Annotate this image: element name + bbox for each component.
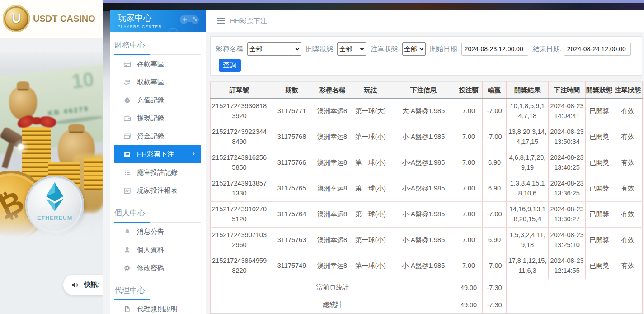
- sidebar-item-提現記錄[interactable]: 提現記錄: [110, 109, 206, 127]
- sidebar-item-廳室投註記錄[interactable]: 廳室投註記錄: [110, 163, 206, 181]
- sidebar-item-充值記錄[interactable]: 充值記錄: [110, 91, 206, 109]
- table-cell: -7.00: [483, 124, 507, 150]
- table-cell: 有效: [613, 228, 643, 253]
- table-cell: 已開獎: [586, 99, 613, 124]
- sidebar-item-代理規則說明[interactable]: 代理規則說明: [110, 300, 206, 314]
- table-row: 215217243907103296031175763澳洲幸运8第一球(小)小-…: [211, 228, 643, 253]
- table-cell: 2152172439308183920: [211, 99, 268, 124]
- sidebar-section-title: 個人中心: [114, 205, 202, 218]
- sidebar-item-HH彩票下注[interactable]: HH彩票下注›: [114, 145, 201, 163]
- table-cell: 2152172438649598220: [211, 253, 268, 279]
- table-cell: 小-A盤@1.985: [392, 124, 455, 150]
- sidebar-item-label: 個人資料: [137, 246, 164, 254]
- table-cell: 2152172439071032960: [211, 228, 268, 253]
- table-cell: 已開獎: [586, 202, 613, 228]
- table-row: 215217243864959822031175749澳洲幸运8第一球(小)小-…: [211, 253, 643, 279]
- query-button[interactable]: 查詢: [219, 59, 241, 72]
- withdraw-hand-icon: [123, 78, 131, 86]
- column-header: 開獎狀態: [586, 82, 613, 99]
- table-cell: 10,1,8,5,9,14,7,18: [507, 99, 549, 124]
- column-header: 下注信息: [392, 82, 455, 99]
- table-cell: 2024-08-23 12:14:55: [549, 253, 586, 279]
- table-cell: 澳洲幸运8: [315, 150, 349, 176]
- table-row: 215217243913857133031175765澳洲幸运8第一球(小)小-…: [211, 176, 643, 202]
- table-cell: 有效: [613, 253, 643, 279]
- table-cell: 第一球(小): [349, 253, 392, 279]
- end-date-input[interactable]: [564, 43, 631, 56]
- menu-toggle-icon[interactable]: [217, 18, 225, 24]
- sparkle-graphic: [12, 138, 30, 156]
- start-date-input[interactable]: [461, 43, 528, 56]
- table-cell: 有效: [613, 150, 643, 176]
- summary-winloss-total: -7.30: [483, 296, 507, 314]
- table-cell: 31175766: [268, 150, 315, 176]
- table-cell: 澳洲幸运8: [315, 253, 349, 279]
- promo-image: 10 KB 46279 ₿ ETHEREUM: [0, 52, 103, 244]
- lottery-name-label: 彩種名稱:: [216, 45, 245, 53]
- list-icon: [123, 151, 131, 158]
- table-cell: 小-A盤@1.985: [392, 253, 455, 279]
- sidebar-item-資金記錄[interactable]: 資金記錄: [110, 127, 206, 145]
- user-icon: [123, 246, 131, 254]
- table-cell: 小-A盤@1.985: [392, 150, 455, 176]
- table-cell: 小-A盤@1.985: [392, 176, 455, 202]
- table-cell: 31175768: [268, 124, 315, 150]
- top-lavender-bar: [103, 0, 644, 3]
- sidebar-item-label: 資金記錄: [137, 132, 164, 141]
- money-bag-graphic: [9, 86, 37, 120]
- table-cell: 已開獎: [586, 176, 613, 202]
- sidebar-item-label: 取款專區: [137, 78, 164, 86]
- sidebar-item-存款專區[interactable]: 存款專區: [110, 55, 206, 73]
- sidebar-item-label: 消息公告: [137, 228, 164, 236]
- table-cell: 有效: [613, 99, 643, 124]
- bet-status-label: 注單狀態:: [371, 45, 400, 53]
- sidebar-item-label: 提現記錄: [137, 114, 164, 123]
- table-cell: 有效: [613, 176, 643, 202]
- draw-status-select[interactable]: 全部: [337, 42, 366, 56]
- sidebar-item-個人資料[interactable]: 個人資料: [110, 241, 206, 259]
- column-header: 開獎結果: [507, 82, 549, 99]
- table-cell: 小-A盤@1.985: [392, 228, 455, 253]
- sidebar-item-取款專區[interactable]: 取款專區: [110, 73, 206, 91]
- brand-logo-icon: U: [3, 5, 30, 32]
- summary-winloss-total: -7.30: [483, 279, 507, 296]
- table-cell: 7.00: [455, 176, 483, 202]
- table-cell: 小-A盤@1.985: [392, 202, 455, 228]
- lottery-name-select[interactable]: 全部: [247, 42, 301, 56]
- photo-fade: [0, 206, 103, 244]
- sidebar-item-玩家投注報表[interactable]: 玩家投注報表: [110, 181, 206, 200]
- cash-icon: [123, 133, 131, 140]
- table-cell: 第一球(小): [349, 124, 392, 150]
- table-cell: 13,8,20,3,14,4,17,15: [507, 124, 549, 150]
- deposit-card-icon: [123, 60, 131, 68]
- sidebar-item-label: 代理規則說明: [137, 305, 178, 314]
- summary-bet-total: 49.00: [455, 279, 483, 296]
- money-bag-icon: [123, 96, 131, 104]
- bet-status-select[interactable]: 全部: [402, 42, 426, 56]
- news-ticker-button[interactable]: 快訊:: [63, 275, 103, 295]
- table-cell: 2152172439162565850: [211, 150, 268, 176]
- sidebar-item-修改密碼[interactable]: 修改密碼: [110, 259, 206, 277]
- sidebar-item-消息公告[interactable]: 消息公告: [110, 223, 206, 241]
- table-cell: 已開獎: [586, 124, 613, 150]
- sidebar-header: 玩家中心 PLAYERS CENTER: [110, 10, 206, 32]
- summary-row: 當前頁統計49.00-7.30: [211, 279, 643, 296]
- column-header: 投注額: [455, 82, 483, 99]
- sidebar-item-label: HH彩票下注: [137, 150, 174, 159]
- start-date-label: 開始日期:: [430, 45, 459, 53]
- table-cell: 已開獎: [586, 228, 613, 253]
- gear-icon: [123, 264, 131, 272]
- sidebar-item-label: 玩家投注報表: [137, 186, 178, 195]
- bill-signature: [53, 115, 103, 125]
- page-title: HH彩票下注: [230, 17, 267, 25]
- sidebar-section-title: 財務中心: [114, 37, 202, 50]
- column-header: 注單狀態: [613, 82, 643, 99]
- table-row: 215217243910270512031175764澳洲幸运8第一球(小)小-…: [211, 202, 643, 228]
- table-cell: 2024-08-23 13:50:34: [549, 124, 586, 150]
- left-fade-strip: [103, 11, 110, 147]
- table-cell: 4,6,8,1,7,20,9,19: [507, 150, 549, 176]
- sidebar-item-label: 存款專區: [137, 60, 164, 68]
- chevron-right-icon: ›: [192, 149, 195, 158]
- table-cell: 6.90: [483, 228, 507, 253]
- table-cell: 第一球(小): [349, 150, 392, 176]
